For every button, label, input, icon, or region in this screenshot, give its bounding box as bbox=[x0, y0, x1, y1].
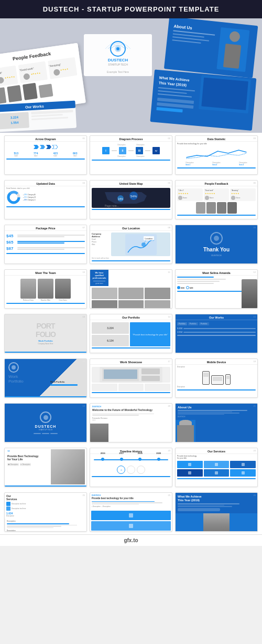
slide-body-services-2: OurServices Description text here Descri… bbox=[5, 493, 86, 532]
slide-num-14: 14 bbox=[168, 315, 170, 318]
slide-package-price[interactable]: Package Price 07 $45 $65 $87 bbox=[4, 225, 87, 264]
slide-meet-team[interactable]: Meet The Team 10 Rebecca Davis Brandon M… bbox=[4, 269, 87, 309]
page-title: DUSTECH - STARTUP POWERPOINT TEMPLATE bbox=[43, 5, 220, 13]
slide-body-services-3: DUSTECH Provide best technology for your… bbox=[90, 493, 172, 532]
slide-title-statistic: Data Statistic bbox=[176, 136, 257, 142]
slide-data-statistic[interactable]: Data Statistic 03 Provide best technolog… bbox=[175, 135, 258, 175]
slide-title-process: Diagram Process bbox=[90, 136, 172, 142]
slide-num-7: 07 bbox=[83, 226, 85, 229]
thank-you-text: Thank You bbox=[203, 247, 230, 253]
slide-body-achieve: What We AchieveThis Year (2019) bbox=[176, 493, 257, 532]
line-chart bbox=[177, 146, 256, 161]
slide-body-selina: 224 523 bbox=[176, 276, 257, 308]
watermark-text: gfx.to bbox=[124, 537, 138, 543]
slide-us-map[interactable]: United State Map 05 14% 54% Page note... bbox=[90, 180, 172, 219]
svg-rect-78 bbox=[141, 376, 160, 381]
slide-people-feedback[interactable]: People Feedback 06 "I like it" ★★★★★ Nam… bbox=[175, 180, 258, 219]
slide-provide[interactable]: 22 " Provide Best Technologyfor Your Lif… bbox=[4, 448, 87, 487]
slide-body-our-portfolio: 3.224 6.134 "Provide best technology for… bbox=[90, 320, 172, 353]
slides-row-3: Package Price 07 $45 $65 $87 bbox=[0, 222, 262, 267]
slide-title-services: Our Services bbox=[176, 448, 257, 454]
slide-meet-selina[interactable]: Meet Selina Amanda 12 224 523 bbox=[175, 269, 258, 309]
slide-meet-team-2[interactable]: 11 We have qualified professionals great… bbox=[90, 269, 172, 309]
slide-title-location: Our Location bbox=[90, 225, 172, 231]
slide-num-5: 05 bbox=[168, 182, 170, 184]
watermark-bar: gfx.to bbox=[0, 534, 262, 546]
svg-rect-19 bbox=[38, 84, 53, 98]
slide-timeline[interactable]: Timeline History 23 2016 2017 2018 2020 … bbox=[90, 448, 172, 487]
slide-mobile-device[interactable]: Mobile Device 18 Description Description bbox=[175, 358, 258, 398]
svg-marker-56 bbox=[34, 145, 39, 149]
slide-num-18: 18 bbox=[254, 360, 256, 363]
svg-rect-17 bbox=[7, 85, 22, 102]
slide-num-6: 06 bbox=[254, 182, 256, 184]
slide-title-map: United State Map bbox=[90, 181, 172, 186]
svg-marker-59 bbox=[52, 145, 58, 149]
slide-work-showcase[interactable]: Work Showcase 17 bbox=[90, 358, 172, 398]
slide-num-10: 10 bbox=[83, 271, 85, 273]
slide-num-12: 12 bbox=[254, 271, 256, 273]
svg-rect-40 bbox=[201, 78, 248, 110]
slide-num-21: 21 bbox=[254, 405, 256, 407]
slide-thank-you[interactable]: 09 Thank You DUSTECH bbox=[175, 225, 258, 264]
slides-row-7: 19 DUSTECH STARTUP TECH 20 DUSTECH Welco… bbox=[0, 400, 262, 445]
slide-num-4: 04 bbox=[83, 182, 85, 184]
slide-portfolio-text[interactable]: 13 PORTFOLIO Work Portfolio Company Name… bbox=[4, 314, 87, 353]
slide-body-work-portfolio: WorkPortfolio Work Portfolio bbox=[5, 359, 86, 396]
svg-marker-58 bbox=[46, 145, 51, 149]
hero-svg: People Feedback "I like it" ★★★★★ "Good … bbox=[0, 18, 262, 133]
slides-row-1: Arrow Diagram 01 513 label 774 label 42 bbox=[0, 133, 262, 177]
hero-section: People Feedback "I like it" ★★★★★ "Good … bbox=[0, 18, 262, 133]
svg-point-23 bbox=[116, 47, 119, 50]
slide-body-showcase bbox=[90, 365, 172, 397]
slide-our-location[interactable]: Our Location 08 Company Address Email: P… bbox=[90, 225, 172, 264]
slide-body-team2: We have qualified professionals great te… bbox=[90, 270, 172, 309]
slide-body-services: Provide best technologyfor your title bbox=[176, 454, 257, 487]
slide-welcome[interactable]: 20 DUSTECH Welcome to the Future of Wond… bbox=[90, 403, 172, 442]
slide-our-portfolio[interactable]: Our Portfolio 14 3.224 6.134 "Provide be… bbox=[90, 314, 172, 353]
price-1: 45 bbox=[8, 234, 13, 238]
svg-marker-57 bbox=[40, 145, 45, 149]
svg-text:STARTUP TECH: STARTUP TECH bbox=[108, 63, 128, 66]
slide-title-arrow: Arrow Diagram bbox=[5, 136, 86, 142]
price-2: 65 bbox=[8, 240, 13, 245]
slide-title-showcase: Work Showcase bbox=[90, 359, 172, 365]
slide-num-17: 17 bbox=[168, 360, 170, 363]
svg-text:14%: 14% bbox=[118, 197, 124, 200]
slide-title-our-works: Our Works bbox=[176, 314, 257, 320]
slide-what-achieve[interactable]: 26 What We AchieveThis Year (2019) bbox=[175, 492, 258, 532]
price-3: 87 bbox=[8, 246, 13, 251]
slide-num-2: 02 bbox=[168, 137, 170, 140]
svg-text:Example Text Here: Example Text Here bbox=[107, 70, 129, 73]
slide-body-statistic: Provide best technology for your title D… bbox=[176, 142, 257, 174]
map-svg: 14% 54% Page note... bbox=[92, 188, 170, 208]
slide-our-services[interactable]: Our Services 24 Provide best technologyf… bbox=[175, 448, 258, 487]
svg-rect-77 bbox=[141, 368, 160, 374]
svg-rect-18 bbox=[23, 83, 38, 100]
slide-body-price: $45 $65 $87 bbox=[5, 231, 86, 263]
slide-arrow-diagram[interactable]: Arrow Diagram 01 513 label 774 label 42 bbox=[4, 135, 87, 175]
slides-row-5: 13 PORTFOLIO Work Portfolio Company Name… bbox=[0, 311, 262, 356]
slide-diagram-process[interactable]: Diagram Process 02 Description Descripti… bbox=[90, 135, 172, 175]
slide-title-feedback: People Feedback bbox=[176, 181, 257, 186]
slides-row-4: Meet The Team 10 Rebecca Davis Brandon M… bbox=[0, 267, 262, 311]
slide-our-services-3[interactable]: 25 DUSTECH Provide best technology for y… bbox=[90, 492, 172, 532]
slide-num-9: 09 bbox=[254, 226, 256, 229]
slide-body-about: About Us DUSTECH bbox=[176, 404, 257, 442]
slide-body-welcome: DUSTECH Welcome to the Future of Wonderf… bbox=[90, 404, 172, 442]
slide-our-works[interactable]: Our Works 15 Portfolio Portfolio Portfol… bbox=[175, 314, 258, 353]
slide-num-25b: 25 bbox=[168, 494, 170, 497]
slide-num-22: 22 bbox=[83, 449, 85, 452]
slide-title-selina: Meet Selina Amanda bbox=[176, 270, 257, 276]
slide-num-8: 08 bbox=[168, 226, 170, 229]
slide-work-portfolio[interactable]: 16 WorkPortfolio Work Portfolio bbox=[4, 358, 87, 398]
slide-dustech-main[interactable]: 19 DUSTECH STARTUP TECH bbox=[4, 403, 87, 442]
svg-text:Page note...: Page note... bbox=[105, 204, 119, 207]
slide-body-location: Company Address Email: Phone: Web: Locat… bbox=[90, 231, 172, 263]
slide-updated-data[interactable]: Updated Data 04 Detail Statistic: data f… bbox=[4, 180, 87, 219]
slide-our-services-2[interactable]: 25 OurServices Description text here Des… bbox=[4, 492, 87, 532]
donut-chart-updated bbox=[6, 190, 21, 205]
slide-body-updated: Detail Statistic: data for your child ▪ … bbox=[5, 186, 86, 219]
slide-title-mobile: Mobile Device bbox=[176, 359, 257, 365]
slide-about[interactable]: 21 About Us DUSTECH bbox=[175, 403, 258, 442]
